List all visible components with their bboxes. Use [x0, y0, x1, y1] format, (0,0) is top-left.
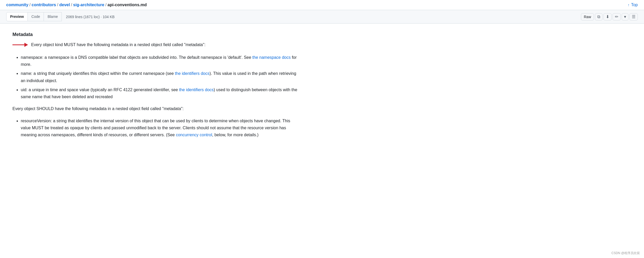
top-link[interactable]: ↑ Top: [628, 3, 638, 7]
breadcrumb-devel[interactable]: devel: [59, 3, 70, 7]
bullet-list-1: namespace: a namespace is a DNS compatib…: [12, 54, 299, 100]
tab-preview[interactable]: Preview: [6, 12, 28, 21]
breadcrumb-community[interactable]: community: [6, 3, 28, 7]
rv-text-after: , below, for more details.): [212, 133, 259, 137]
svg-marker-1: [24, 43, 28, 47]
toolbar: Preview Code Blame 2069 lines (1671 loc)…: [0, 10, 644, 24]
arrow-paragraph: Every object kind MUST have the followin…: [12, 41, 299, 49]
toolbar-left: Preview Code Blame 2069 lines (1671 loc)…: [6, 12, 115, 21]
copy-icon: ⧉: [597, 15, 600, 19]
file-info: 2069 lines (1671 loc) · 104 KB: [66, 15, 115, 19]
identifiers-docs-link-2[interactable]: the identifiers docs: [179, 88, 214, 92]
toc-button[interactable]: ☰: [629, 13, 638, 20]
arrow-text: Every object kind MUST have the followin…: [31, 41, 205, 48]
bullet-list-2: resourceVersion: a string that identifie…: [12, 117, 299, 139]
breadcrumb-contributors[interactable]: contributors: [32, 3, 56, 7]
edit-button[interactable]: ✏: [613, 13, 621, 20]
arrow-up-icon: ↑: [628, 3, 629, 7]
breadcrumb-sep-4: /: [105, 3, 106, 7]
list-icon: ☰: [632, 15, 635, 19]
name-text-before: name: a string that uniquely identifies …: [21, 71, 175, 76]
more-button[interactable]: ▾: [622, 13, 628, 20]
list-item-resource-version: resourceVersion: a string that identifie…: [21, 117, 299, 139]
tab-code[interactable]: Code: [28, 12, 44, 21]
breadcrumb: community / contributors / devel / sig-a…: [6, 3, 147, 7]
main-content: Metadata Every object kind MUST have the…: [0, 24, 311, 152]
edit-icon: ✏: [615, 15, 618, 19]
breadcrumb-filename: api-conventions.md: [107, 3, 147, 7]
metadata-heading: Metadata: [12, 32, 299, 37]
namespace-text-before: namespace: a namespace is a DNS compatib…: [21, 55, 252, 60]
download-icon: ⬇: [606, 15, 609, 19]
red-arrow-icon: [12, 42, 28, 49]
breadcrumb-sep-2: /: [57, 3, 58, 7]
breadcrumb-sep-3: /: [71, 3, 72, 7]
list-item-name: name: a string that uniquely identifies …: [21, 70, 299, 84]
breadcrumb-sep-1: /: [29, 3, 30, 7]
uid-text-before: uid: a unique in time and space value (t…: [21, 88, 179, 92]
copy-button[interactable]: ⧉: [595, 13, 602, 20]
tab-blame[interactable]: Blame: [44, 12, 62, 21]
breadcrumb-sig-architecture[interactable]: sig-architecture: [73, 3, 104, 7]
top-label: Top: [631, 3, 638, 7]
list-item-uid: uid: a unique in time and space value (t…: [21, 86, 299, 100]
chevron-down-icon: ▾: [624, 15, 626, 19]
concurrency-control-link[interactable]: concurrency control: [176, 133, 212, 137]
identifiers-docs-link-1[interactable]: the identifiers docs: [175, 71, 209, 76]
download-button[interactable]: ⬇: [604, 13, 612, 20]
raw-button[interactable]: Raw: [581, 13, 594, 20]
plain-paragraph: Every object SHOULD have the following m…: [12, 105, 299, 112]
top-bar: community / contributors / devel / sig-a…: [0, 0, 644, 10]
toolbar-right: Raw ⧉ ⬇ ✏ ▾ ☰: [581, 13, 638, 20]
list-item-namespace: namespace: a namespace is a DNS compatib…: [21, 54, 299, 68]
namespace-docs-link[interactable]: the namespace docs: [252, 55, 291, 60]
